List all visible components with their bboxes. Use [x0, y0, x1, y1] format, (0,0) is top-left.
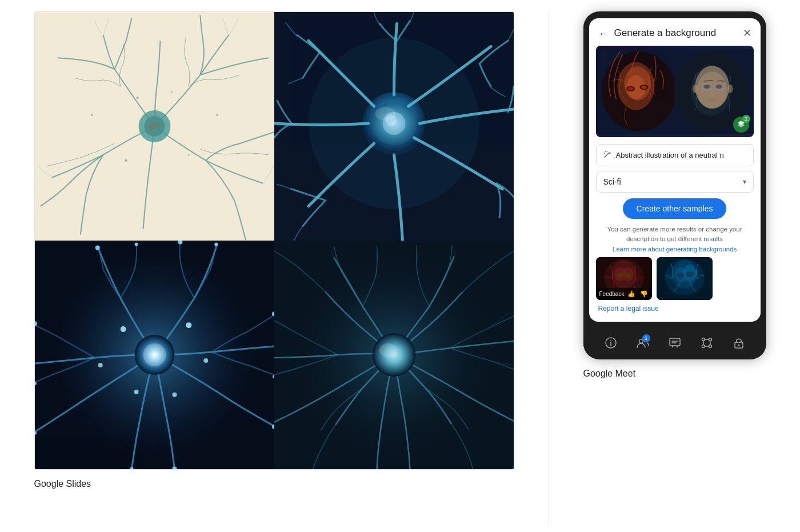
svg-point-58: [697, 72, 727, 109]
svg-point-22: [134, 242, 138, 246]
svg-point-70: [605, 151, 606, 152]
svg-point-35: [203, 358, 208, 363]
svg-point-36: [98, 363, 102, 367]
chat-nav-button[interactable]: [669, 337, 681, 349]
neuron-cell-4[interactable]: [274, 241, 514, 469]
people-nav-button[interactable]: 1: [637, 337, 649, 349]
svg-point-24: [214, 242, 218, 246]
neuron-cell-2[interactable]: [274, 12, 514, 241]
svg-point-37: [172, 393, 177, 397]
svg-point-62: [703, 85, 710, 89]
preview-background: 1: [596, 46, 754, 137]
svg-point-71: [604, 153, 605, 154]
people-badge: 1: [642, 334, 650, 342]
info-nav-button[interactable]: [605, 337, 617, 349]
thumbdown-button[interactable]: 👎: [639, 290, 649, 298]
right-panel-label: Google Meet: [583, 369, 636, 379]
svg-point-79: [625, 273, 631, 278]
thumbnails-row: Feedback 👍 👎: [596, 257, 754, 300]
svg-point-72: [607, 151, 607, 151]
phone-bottom-nav: 1: [583, 329, 766, 359]
dialog-header: ← Generate a background ✕: [589, 18, 761, 46]
svg-point-96: [702, 338, 705, 341]
style-label: Sci-fi: [603, 177, 621, 186]
svg-point-65: [692, 85, 697, 93]
svg-point-7: [170, 91, 172, 93]
left-panel: Google Slides: [34, 11, 514, 489]
neuron-cell-3[interactable]: [35, 241, 274, 469]
legal-link[interactable]: Report a legal issue: [598, 305, 751, 313]
svg-point-6: [136, 97, 138, 99]
svg-line-69: [605, 153, 609, 157]
svg-point-21: [95, 245, 99, 250]
slides-grid: [35, 12, 514, 469]
badge-count: 1: [742, 115, 750, 123]
svg-point-78: [617, 273, 623, 278]
create-button[interactable]: Create other samples: [623, 198, 727, 219]
feedback-label: Feedback: [599, 291, 625, 297]
svg-point-63: [715, 85, 722, 89]
layers-badge[interactable]: 1: [733, 117, 749, 133]
svg-rect-93: [670, 338, 680, 346]
back-button[interactable]: ←: [598, 27, 610, 39]
meet-phone: ← Generate a background ✕: [583, 11, 766, 359]
learn-more-link[interactable]: Learn more about generating backgrounds: [589, 246, 761, 253]
thumbnail-1[interactable]: Feedback 👍 👎: [596, 257, 652, 300]
svg-point-34: [186, 322, 191, 328]
wand-icon: [603, 150, 611, 160]
svg-point-45: [385, 346, 402, 363]
slides-grid-container: [34, 11, 514, 470]
svg-point-8: [125, 159, 127, 162]
left-panel-label: Google Slides: [34, 479, 91, 489]
thumbup-button[interactable]: 👍: [626, 290, 637, 298]
svg-point-86: [686, 271, 694, 277]
svg-point-64: [710, 91, 714, 97]
prompt-input[interactable]: Abstract illustration of a neutral n: [596, 144, 754, 166]
meet-dialog: ← Generate a background ✕: [589, 18, 761, 322]
svg-point-85: [677, 273, 685, 278]
chevron-down-icon: ▾: [743, 178, 746, 186]
svg-point-40: [143, 343, 166, 366]
svg-point-66: [727, 85, 733, 93]
info-text: You can generate more results or change …: [598, 225, 751, 245]
svg-point-99: [709, 345, 711, 347]
dialog-title: Generate a background: [614, 27, 717, 39]
svg-point-18: [375, 107, 395, 121]
close-button[interactable]: ✕: [743, 28, 751, 38]
svg-point-89: [610, 340, 611, 341]
feedback-bar: Feedback 👍 👎: [596, 288, 652, 300]
svg-point-54: [641, 86, 646, 89]
svg-point-9: [187, 154, 189, 155]
neuron-cell-1[interactable]: [35, 12, 274, 241]
svg-point-98: [702, 345, 705, 347]
style-dropdown[interactable]: Sci-fi ▾: [596, 171, 754, 193]
svg-point-52: [627, 87, 633, 91]
thumbnail-2[interactable]: [657, 257, 713, 300]
dialog-header-left: ← Generate a background: [598, 27, 717, 39]
svg-point-97: [709, 338, 711, 341]
preview-area: 1: [596, 46, 754, 137]
right-panel: ← Generate a background ✕: [583, 11, 766, 379]
svg-point-38: [134, 390, 138, 394]
svg-point-33: [120, 326, 126, 332]
prompt-text: Abstract illustration of a neutral n: [616, 151, 746, 159]
svg-point-87: [682, 279, 687, 283]
svg-point-11: [216, 114, 218, 116]
lock-nav-button[interactable]: [733, 337, 745, 349]
svg-point-105: [738, 344, 739, 346]
activities-nav-button[interactable]: [701, 337, 713, 349]
divider: [549, 11, 549, 526]
svg-point-10: [90, 114, 93, 116]
